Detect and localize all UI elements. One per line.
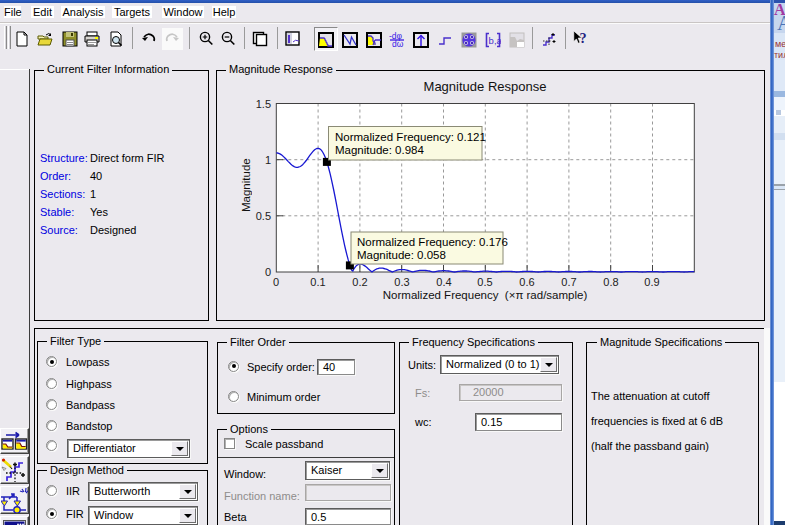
svg-text:dω: dω bbox=[392, 39, 404, 47]
svg-text:b,a: b,a bbox=[489, 35, 501, 46]
svg-text:?: ? bbox=[580, 30, 587, 46]
